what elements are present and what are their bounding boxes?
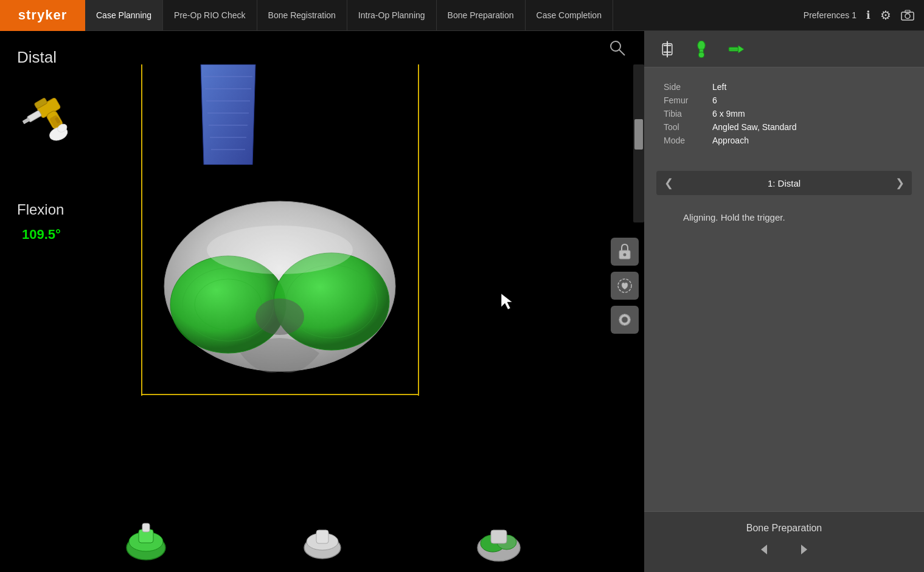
step-selector: ❮ 1: Distal ❯ (656, 171, 912, 195)
tool-value: Angled Saw, Standard (712, 122, 797, 132)
tibia-label: Tibia (664, 109, 712, 119)
preferences-button[interactable]: Preferences 1 (804, 10, 856, 20)
heart-button[interactable] (611, 272, 639, 300)
info-button[interactable]: ℹ (866, 9, 870, 22)
lock-button[interactable] (611, 238, 639, 266)
search-icon[interactable] (608, 38, 627, 60)
implant-icon[interactable] (656, 38, 678, 60)
svg-rect-33 (142, 523, 150, 532)
camera-button[interactable] (901, 10, 914, 21)
cursor-indicator (499, 292, 517, 313)
svg-marker-58 (801, 545, 807, 554)
nav-items: Case Planning Pre-Op RIO Check Bone Regi… (85, 0, 804, 30)
nav-right: Preferences 1 ℹ ⚙ (804, 8, 924, 22)
bone-icon[interactable] (690, 38, 712, 60)
aligning-message: Aligning. Hold the trigger. (664, 202, 805, 232)
blue-implant (189, 64, 268, 165)
svg-point-3 (611, 41, 620, 51)
scrollbar-thumb (634, 119, 643, 150)
svg-line-4 (619, 50, 625, 55)
nav-item-bone-preparation[interactable]: Bone Preparation (437, 0, 526, 30)
mode-value: Approach (712, 136, 749, 145)
nav-item-pre-op-rio[interactable]: Pre-Op RIO Check (163, 0, 257, 30)
crosshair-vertical-right (418, 64, 419, 396)
thumbnail-area (0, 517, 644, 566)
panel-icon-row (644, 31, 924, 67)
crosshair-vertical-left (141, 64, 142, 396)
tool-label: Tool (664, 122, 712, 132)
side-value: Left (712, 82, 726, 92)
thumbnail-center[interactable] (295, 517, 350, 566)
saw-icon[interactable] (724, 38, 746, 60)
nav-item-case-completion[interactable]: Case Completion (526, 0, 613, 30)
svg-point-49 (624, 253, 627, 257)
main-viewport: Distal (0, 31, 924, 572)
settings-button[interactable]: ⚙ (880, 8, 891, 22)
flexion-label: Flexion (17, 201, 64, 218)
bottom-title: Bone Preparation (746, 523, 822, 534)
svg-rect-36 (316, 530, 328, 543)
nav-item-case-planning[interactable]: Case Planning (85, 0, 163, 30)
nav-item-bone-registration[interactable]: Bone Registration (257, 0, 347, 30)
svg-point-27 (255, 298, 304, 335)
logo-text: stryker (18, 7, 67, 23)
step-next-button[interactable]: ❯ (888, 171, 912, 195)
nav-item-intra-op-planning[interactable]: Intra-Op Planning (347, 0, 437, 30)
bone-model-3d (143, 183, 417, 396)
side-label: Side (664, 82, 712, 92)
step-prev-button[interactable]: ❮ (656, 171, 681, 195)
svg-point-42 (698, 41, 705, 50)
svg-point-52 (622, 317, 628, 323)
panel-bottom-nav: Bone Preparation (644, 511, 924, 572)
message-block: Aligning. Hold the trigger. (644, 202, 924, 223)
robot-settings-button[interactable] (611, 306, 639, 334)
top-navigation: stryker Case Planning Pre-Op RIO Check B… (0, 0, 924, 31)
distal-label: Distal (17, 48, 57, 67)
viewport-scrollbar[interactable] (633, 64, 644, 222)
femur-value: 6 (712, 95, 717, 105)
svg-point-1 (905, 14, 910, 19)
side-control-group (611, 238, 639, 334)
3d-view-area[interactable]: Distal (0, 31, 644, 572)
bottom-next-button[interactable] (791, 541, 816, 562)
svg-point-44 (698, 52, 704, 57)
svg-marker-57 (761, 545, 767, 554)
right-panel: Side Left Femur 6 Tibia 6 x 9mm Tool Ang… (644, 31, 924, 572)
mode-label: Mode (664, 136, 712, 145)
tibia-value: 6 x 9mm (712, 109, 745, 119)
logo-area: stryker (0, 0, 85, 31)
femur-label: Femur (664, 95, 712, 105)
svg-marker-29 (501, 294, 512, 309)
flexion-value: 109.5° (17, 226, 66, 244)
svg-marker-46 (738, 45, 744, 52)
bottom-nav-controls (752, 541, 816, 562)
bottom-prev-button[interactable] (752, 541, 777, 562)
thumbnail-left[interactable] (119, 517, 173, 566)
panel-info-block: Side Left Femur 6 Tibia 6 x 9mm Tool Ang… (644, 67, 924, 164)
thumbnail-right[interactable] (471, 517, 526, 566)
step-label: 1: Distal (681, 178, 888, 188)
drill-tool-icon (17, 83, 90, 156)
svg-point-28 (207, 226, 353, 274)
svg-rect-40 (491, 530, 507, 543)
